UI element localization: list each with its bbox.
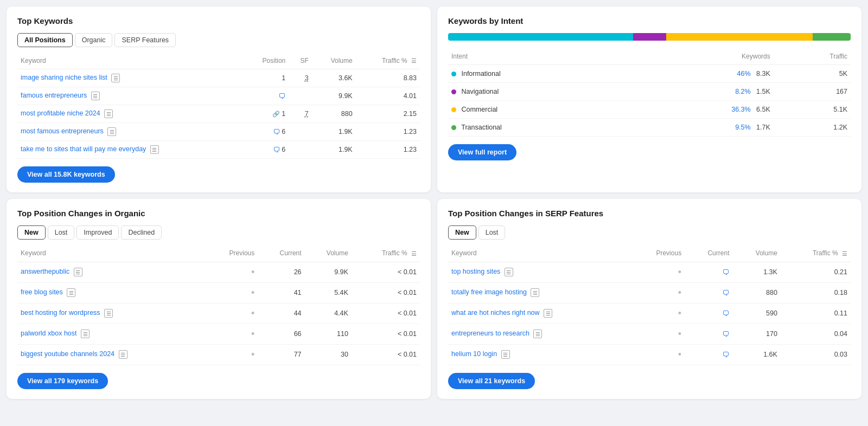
serp-col-keyword: Keyword [448,247,630,262]
keyword-link[interactable]: palworld xbox host [21,330,77,337]
menu-icon[interactable]: ☰ [150,145,159,154]
dot-prev: • [678,308,681,319]
intent-pct-cell: 36.3% 6.5K [629,101,774,119]
tab-serp-new[interactable]: New [448,225,476,240]
menu-icon[interactable]: ☰ [81,330,90,338]
intent-pct-link[interactable]: 8.2% [735,88,751,95]
table-row: top hosting sites ☰ • 🗨 1.3K 0.21 [448,262,851,282]
tab-serp-lost[interactable]: Lost [478,225,506,240]
intent-label-cell: Transactional [448,119,629,137]
serp-feature-icon: 🗨 [722,289,729,297]
serp-col-previous: Previous [630,247,685,262]
table-row: helium 10 login ☰ • 🗨 1.6K 0.03 [448,344,851,365]
serp-tabs: New Lost [448,225,851,240]
table-row: biggest youtube channels 2024 ☰ • 77 30 … [17,344,420,365]
view-all-organic-button[interactable]: View all 179 keywords [17,373,108,389]
menu-icon[interactable]: ☰ [91,92,100,100]
keyword-link[interactable]: most famous entrepreneurs [21,128,104,135]
menu-icon[interactable]: ☰ [104,309,113,318]
tab-organic-declined[interactable]: Declined [121,225,162,240]
traffic-filter-icon[interactable]: ☰ [411,57,417,64]
serp-col-volume: Volume [732,247,780,262]
traffic-cell: < 0.01 [352,324,420,344]
traffic-cell: 0.11 [781,303,851,324]
intent-dot [451,125,456,130]
keyword-link[interactable]: most profitable niche 2024 [21,110,100,118]
organic-filter-icon[interactable]: ☰ [411,250,417,257]
view-full-report-button[interactable]: View full report [448,144,516,160]
tab-organic-new[interactable]: New [17,225,46,240]
menu-icon[interactable]: ☰ [74,268,82,276]
menu-icon[interactable]: ☰ [119,350,127,359]
menu-icon[interactable]: ☰ [505,268,513,276]
dot-prev: • [678,267,681,277]
keyword-cell: answerthepublic ☰ [17,262,205,282]
keyword-link[interactable]: biggest youtube channels 2024 [21,350,114,358]
table-row: best hosting for wordpress ☰ • 44 4.4K <… [17,303,420,324]
intent-traffic-cell: 1.2K [774,119,851,137]
chat-icon: 🗨 [273,128,280,136]
keyword-link[interactable]: helium 10 login [451,350,497,358]
menu-icon[interactable]: ☰ [533,330,542,338]
sf-cell [289,141,312,159]
keyword-link[interactable]: what are hot niches right now [451,309,540,317]
position-cell: 1 [242,69,289,87]
intent-pct-link[interactable]: 9.5% [735,124,751,131]
menu-icon[interactable]: ☰ [544,309,552,318]
view-all-keywords-button[interactable]: View all 15.8K keywords [17,166,115,183]
menu-icon[interactable]: ☰ [67,288,75,297]
view-all-serp-button[interactable]: View all 21 keywords [448,373,535,389]
keyword-link[interactable]: famous entrepreneurs [21,92,87,100]
keyword-link[interactable]: best hosting for wordpress [21,309,100,317]
organic-position-table: Keyword Previous Current Volume Traffic … [17,247,420,365]
position-cell: 🗨 6 [242,123,289,141]
keywords-by-intent-title: Keywords by Intent [448,16,851,25]
keyword-cell: totally free image hosting ☰ [448,282,630,303]
keyword-link[interactable]: totally free image hosting [451,288,527,296]
intent-pct-link[interactable]: 36.3% [731,106,750,113]
chat-icon: 🗨 [278,92,285,100]
keyword-link[interactable]: take me to sites that will pay me everyd… [21,146,146,153]
tab-organic-improved[interactable]: Improved [76,225,119,240]
tab-all-positions[interactable]: All Positions [17,33,73,47]
tab-serp-features[interactable]: SERP Features [114,33,176,47]
volume-cell: 30 [305,344,352,365]
current-cell: 🗨 [685,344,732,365]
serp-feature-icon: 🗨 [722,268,729,276]
intent-bar-segment [666,33,812,41]
current-cell: 41 [258,282,304,303]
keyword-link[interactable]: top hosting sites [451,268,500,275]
intent-traffic-cell: 167 [774,83,851,101]
volume-cell: 880 [732,282,780,303]
menu-icon[interactable]: ☰ [107,127,116,136]
sf-cell: 3 [289,69,312,87]
org-col-current: Current [258,247,304,262]
dashboard: Top Keywords All Positions Organic SERP … [7,7,861,399]
intent-bar-segment [633,33,666,41]
keyword-link[interactable]: image sharing niche sites list [21,74,107,82]
menu-icon[interactable]: ☰ [501,350,510,359]
keyword-link[interactable]: free blog sites [21,288,63,296]
keyword-cell: top hosting sites ☰ [448,262,630,282]
position-cell: 🔗 1 [242,105,289,123]
current-cell: 🗨 [685,282,732,303]
menu-icon[interactable]: ☰ [104,109,113,118]
keyword-cell: most famous entrepreneurs ☰ [17,123,242,141]
traffic-cell: 0.21 [781,262,851,282]
col-sf: SF [289,55,312,69]
menu-icon[interactable]: ☰ [531,288,539,297]
tab-organic[interactable]: Organic [75,33,113,47]
tab-organic-lost[interactable]: Lost [48,225,75,240]
table-row: entrepreneurs to research ☰ • 🗨 170 0.04 [448,324,851,344]
intent-pct-link[interactable]: 46% [737,70,751,78]
serp-filter-icon[interactable]: ☰ [842,250,847,257]
intent-bar [448,33,851,41]
menu-icon[interactable]: ☰ [111,74,120,82]
intent-bar-segment [813,33,851,41]
keyword-cell: biggest youtube channels 2024 ☰ [17,344,205,365]
keyword-link[interactable]: answerthepublic [21,268,69,275]
volume-cell: 170 [732,324,780,344]
volume-cell: 1.9K [312,123,356,141]
keyword-cell: entrepreneurs to research ☰ [448,324,630,344]
keyword-link[interactable]: entrepreneurs to research [451,330,529,337]
